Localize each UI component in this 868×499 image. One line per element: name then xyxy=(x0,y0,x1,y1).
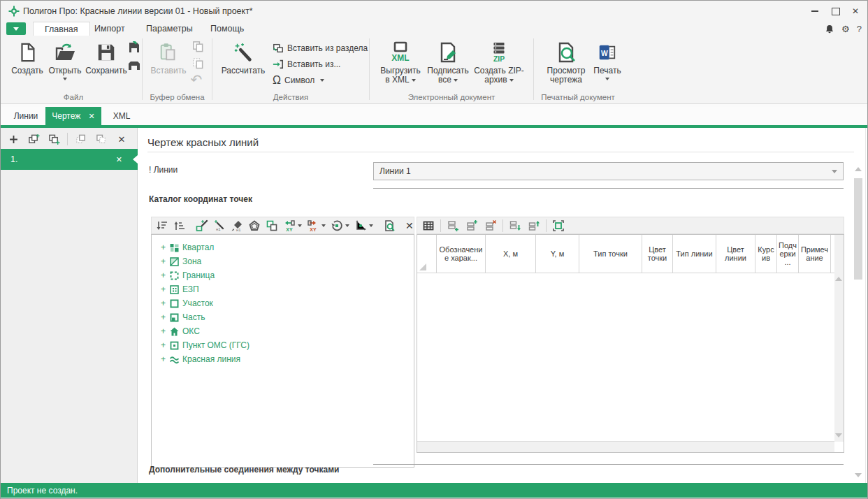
ribbon-tab-import[interactable]: Импорт xyxy=(83,22,136,36)
sort-ascending-button[interactable] xyxy=(173,219,186,233)
settings-gear-icon[interactable]: ⚙ xyxy=(841,24,850,34)
app-menu-button[interactable] xyxy=(6,22,26,35)
sign-all-button[interactable]: Подписать все xyxy=(426,38,470,93)
open-button[interactable]: Открыть xyxy=(47,38,83,93)
expand-icon[interactable]: + xyxy=(161,326,166,336)
symbol-button[interactable]: Ω Символ xyxy=(273,73,324,87)
save-button[interactable]: Сохранить xyxy=(85,38,128,93)
preview-points-button[interactable] xyxy=(383,219,396,233)
import-xy-button[interactable]: XY xyxy=(283,219,296,233)
notifications-bell-icon[interactable] xyxy=(825,24,834,34)
undo-icon[interactable]: ↶ xyxy=(189,72,204,87)
chevron-down-icon[interactable] xyxy=(298,224,302,227)
tree-item-krasnaya-liniya[interactable]: + Красная линия xyxy=(152,352,414,366)
polygon-build-button[interactable] xyxy=(248,219,261,233)
insert-from-button[interactable]: Вставить из... xyxy=(273,57,340,71)
axes-settings-button[interactable] xyxy=(354,219,367,233)
column-header[interactable]: Y, м xyxy=(536,235,579,273)
add-object-button[interactable] xyxy=(6,132,20,146)
expand-icon[interactable]: + xyxy=(161,354,166,364)
tree-item-punkt-oms[interactable]: + Пункт ОМС (ГГС) xyxy=(152,338,414,352)
expand-table-button[interactable] xyxy=(551,219,565,233)
insert-row-before-button[interactable] xyxy=(465,219,479,233)
export-xml-button[interactable]: XML Выгрузить в XML xyxy=(378,38,423,93)
tab-xml[interactable]: XML xyxy=(106,107,138,125)
table-horizontal-scrollbar[interactable] xyxy=(417,441,834,452)
insert-from-section-button[interactable]: Вставить из раздела xyxy=(273,41,368,55)
tab-lines[interactable]: Линии xyxy=(6,107,45,125)
tab-drawing[interactable]: Чертеж ✕ xyxy=(45,107,101,125)
wand-area-button[interactable] xyxy=(196,219,208,233)
chevron-down-icon[interactable] xyxy=(321,224,326,227)
scroll-up-icon[interactable] xyxy=(835,277,842,281)
duplicate-object-button[interactable] xyxy=(27,132,41,146)
column-header[interactable]: Обозначение харак... xyxy=(437,235,486,273)
tree-item-chast[interactable]: + Часть xyxy=(152,310,414,324)
tree-item-granitsa[interactable]: + Граница xyxy=(152,268,414,282)
tab-close-icon[interactable]: ✕ xyxy=(89,112,95,120)
expand-icon[interactable]: + xyxy=(161,312,166,322)
create-zip-button[interactable]: ZIP Создать ZIP-архив xyxy=(473,38,525,93)
delete-object-button[interactable]: ✕ xyxy=(115,132,129,146)
calculate-button[interactable]: Рассчитать xyxy=(221,38,266,93)
duplicate-object-alt-button[interactable] xyxy=(47,132,61,146)
expand-icon[interactable]: + xyxy=(161,340,166,350)
expand-icon[interactable]: + xyxy=(161,243,166,252)
object-item-1[interactable]: 1. ✕ xyxy=(1,149,138,170)
scrollbar-thumb[interactable] xyxy=(854,178,862,280)
move-row-down-button[interactable] xyxy=(508,219,522,233)
copy-contour-button[interactable] xyxy=(266,219,278,233)
column-header[interactable]: Цвет точки xyxy=(642,235,673,273)
brush-style-button[interactable]: н1 xyxy=(231,219,243,233)
object-close-icon[interactable]: ✕ xyxy=(116,155,122,164)
column-header[interactable]: Цвет линии xyxy=(716,235,755,273)
column-header[interactable]: Курсив xyxy=(755,235,777,273)
create-button[interactable]: Создать xyxy=(9,38,45,93)
scroll-down-icon[interactable] xyxy=(835,433,842,437)
move-row-up-button[interactable] xyxy=(527,219,541,233)
sort-descending-button[interactable] xyxy=(156,219,168,233)
table-vertical-scrollbar[interactable] xyxy=(834,235,844,442)
tree-item-kvartal[interactable]: + Квартал xyxy=(152,240,414,254)
copy-icon[interactable] xyxy=(190,38,205,54)
scroll-down-icon[interactable] xyxy=(855,473,862,477)
column-header[interactable]: Тип линии xyxy=(673,235,716,273)
lines-combobox[interactable]: Линии 1 xyxy=(373,162,844,180)
column-header[interactable]: Тип точки xyxy=(579,235,642,273)
scroll-up-icon[interactable] xyxy=(855,167,862,171)
help-icon[interactable]: ? xyxy=(857,24,862,34)
column-header[interactable]: Примечание xyxy=(799,235,831,273)
ribbon-tab-main[interactable]: Главная xyxy=(33,22,90,37)
delete-row-button[interactable] xyxy=(484,219,498,233)
paste-button[interactable]: Вставить xyxy=(150,38,187,93)
close-button[interactable]: ✕ xyxy=(846,5,865,17)
ribbon-tab-help[interactable]: Помощь xyxy=(199,22,255,36)
expand-icon[interactable]: + xyxy=(161,256,166,266)
clear-catalog-button[interactable]: ✕ xyxy=(405,219,414,233)
preview-drawing-button[interactable]: Просмотр чертежа xyxy=(538,38,594,93)
print-button[interactable]: W Печать xyxy=(594,38,621,93)
expand-icon[interactable]: + xyxy=(161,284,166,294)
chevron-down-icon[interactable] xyxy=(369,224,373,227)
save-as-button[interactable] xyxy=(126,40,142,55)
expand-icon[interactable]: + xyxy=(161,298,166,308)
rotate-contour-button[interactable] xyxy=(331,219,343,233)
tree-item-zona[interactable]: + Зона xyxy=(152,254,414,268)
column-header[interactable]: Подчерки... xyxy=(777,235,799,273)
insert-row-after-button[interactable] xyxy=(446,219,460,233)
export-xy-button[interactable]: XY xyxy=(307,219,319,233)
paste-special-icon[interactable] xyxy=(190,55,205,71)
chevron-down-icon[interactable] xyxy=(345,224,349,227)
wand-points-button[interactable]: н1 xyxy=(213,219,226,233)
column-header[interactable]: X, м xyxy=(486,235,536,273)
minimize-button[interactable] xyxy=(806,5,824,17)
tree-item-oks[interactable]: + ОКС xyxy=(152,324,414,338)
tree-item-ezp[interactable]: + ЕЗП xyxy=(152,282,414,296)
save-copy-button[interactable] xyxy=(126,58,142,73)
main-vertical-scrollbar[interactable] xyxy=(854,128,862,483)
paste-object-button[interactable] xyxy=(74,132,88,146)
expand-icon[interactable]: + xyxy=(161,270,166,280)
toggle-table-button[interactable] xyxy=(421,219,435,233)
ribbon-tab-params[interactable]: Параметры xyxy=(135,22,204,36)
maximize-button[interactable] xyxy=(827,5,845,17)
